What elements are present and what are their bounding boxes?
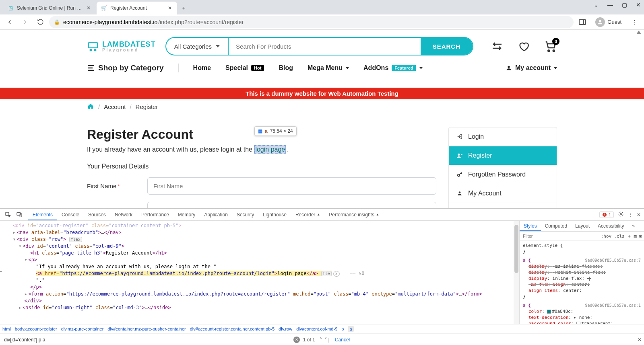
crumb[interactable]: div.row xyxy=(279,327,292,331)
styles-tab-styles[interactable]: Styles xyxy=(520,221,541,231)
dom-tree-panel[interactable]: ⋯ <div id="account-register" class="cont… xyxy=(0,221,519,324)
overflow-ellipsis-icon: ⋯ xyxy=(0,269,2,274)
side-panel-icon[interactable] xyxy=(576,16,589,29)
nav-addons[interactable]: AddOns Featured xyxy=(363,64,423,72)
cart-icon[interactable]: 0 xyxy=(543,39,557,53)
crumb[interactable]: div#container.mz-pure-pusher-container xyxy=(107,327,186,331)
first-name-input[interactable] xyxy=(147,177,436,195)
minimize-icon[interactable]: — xyxy=(607,2,613,8)
scroll-up-icon[interactable] xyxy=(636,31,642,36)
breadcrumb-account[interactable]: Account xyxy=(104,103,126,110)
sidebar-item-login[interactable]: Login xyxy=(449,127,557,146)
address-bar[interactable]: 🔒 ecommerce-playground.lambdatest.io/ind… xyxy=(49,16,574,28)
sidebar-item-forgot[interactable]: Forgotten Password xyxy=(449,165,557,184)
devtools-tab-network[interactable]: Network xyxy=(110,209,137,220)
devtools-search-input[interactable] xyxy=(2,335,293,344)
svg-rect-14 xyxy=(604,214,605,215)
clear-icon[interactable]: ✕ xyxy=(293,337,300,343)
hov-toggle[interactable]: :hov xyxy=(601,234,612,239)
close-icon[interactable]: ✕ xyxy=(167,5,173,11)
crumb-selected[interactable]: a xyxy=(348,326,353,332)
close-icon[interactable]: ✕ xyxy=(85,5,92,11)
crumb[interactable]: body.account-register xyxy=(15,327,57,331)
last-name-input[interactable] xyxy=(147,202,436,208)
sidebar-item-cutoff[interactable]: ▭ xyxy=(449,203,557,208)
nav-blog[interactable]: Blog xyxy=(279,64,293,72)
reload-button[interactable] xyxy=(34,16,47,29)
inspector-tooltip: ▦ a 75.54 × 24 xyxy=(254,126,297,136)
tab-title: Register Account xyxy=(110,5,164,11)
nav-home[interactable]: Home xyxy=(193,64,211,72)
nav-shop-category[interactable]: Shop by Category xyxy=(87,64,164,72)
devtools-tab-recorder[interactable]: Recorder xyxy=(291,209,324,220)
crumb[interactable]: div.mz-pure-container xyxy=(61,327,104,331)
site-logo[interactable]: LAMBDATEST Playground xyxy=(87,40,156,52)
devtools-tab-lighthouse[interactable]: Lighthouse xyxy=(258,209,291,220)
flex-grid-icon[interactable] xyxy=(587,277,591,281)
search-input[interactable] xyxy=(229,43,421,50)
svg-point-16 xyxy=(620,213,622,215)
dom-scrollbar[interactable] xyxy=(514,221,519,324)
first-name-row: First Name* xyxy=(87,177,436,195)
crumb[interactable]: p xyxy=(341,327,344,331)
kebab-menu-icon[interactable]: ⋮ xyxy=(628,16,641,29)
devtools-tab-application[interactable]: Application xyxy=(200,209,232,220)
profile-button[interactable]: Guest xyxy=(595,17,621,27)
gear-icon[interactable] xyxy=(618,211,624,218)
close-icon[interactable]: ✕ xyxy=(637,212,641,218)
close-icon[interactable]: ✕ xyxy=(636,2,641,8)
nav-my-account[interactable]: My account xyxy=(506,64,557,72)
search-next-icon[interactable]: ˅ xyxy=(323,337,328,343)
nav-mega-menu[interactable]: Mega Menu xyxy=(308,64,349,72)
more-tabs-icon[interactable]: » xyxy=(628,221,639,231)
cls-toggle[interactable]: .cls xyxy=(614,234,625,239)
breadcrumb-register[interactable]: Register xyxy=(136,103,158,110)
maximize-icon[interactable]: ▢ xyxy=(622,2,627,8)
close-icon[interactable]: ✕ xyxy=(638,337,642,343)
forward-button[interactable] xyxy=(19,16,31,29)
wishlist-icon[interactable] xyxy=(517,39,530,53)
styles-tab-layout[interactable]: Layout xyxy=(571,221,594,231)
kebab-menu-icon[interactable]: ⋮ xyxy=(628,212,633,218)
inspect-element-button[interactable] xyxy=(3,210,13,220)
devtools-tab-sources[interactable]: Sources xyxy=(84,209,110,220)
box-model-icon[interactable]: ▣ xyxy=(639,234,642,239)
home-icon[interactable] xyxy=(87,103,94,111)
person-icon xyxy=(456,190,463,197)
login-page-link[interactable]: login page xyxy=(254,145,286,154)
styles-tab-accessibility[interactable]: Accessibility xyxy=(594,221,628,231)
devtools-tab-elements[interactable]: Elements xyxy=(28,209,57,220)
sidebar-item-myaccount[interactable]: My Account xyxy=(449,184,557,203)
dom-breadcrumbs[interactable]: html body.account-register div.mz-pure-c… xyxy=(0,324,644,334)
styles-tab-computed[interactable]: Computed xyxy=(541,221,571,231)
computed-panel-icon[interactable]: ▥ xyxy=(634,234,637,239)
search-category-dropdown[interactable]: All Categories xyxy=(166,38,229,55)
device-toggle-button[interactable] xyxy=(14,210,24,220)
sidebar-item-register[interactable]: Register xyxy=(449,146,557,165)
search-cancel-button[interactable]: Cancel xyxy=(335,337,350,343)
chevron-down-icon[interactable]: ⌄ xyxy=(594,2,599,8)
styles-rules[interactable]: element.style { } a {9ed09db6f85…8b57e.c… xyxy=(520,241,644,324)
compare-icon[interactable] xyxy=(490,39,504,53)
crumb[interactable]: div#content.col-md-9 xyxy=(296,327,337,331)
new-tab-button[interactable]: ＋ xyxy=(178,2,189,14)
nav-special[interactable]: Special Hot xyxy=(225,64,264,72)
register-icon xyxy=(456,152,463,159)
new-rule-icon[interactable]: ＋ xyxy=(627,233,632,239)
browser-tab-1[interactable]: 🛒 Register Account ✕ xyxy=(97,2,177,14)
styles-filter-input[interactable] xyxy=(522,233,599,239)
devtools-tab-console[interactable]: Console xyxy=(57,209,84,220)
browser-tab-0[interactable]: ◳ Selenium Grid Online | Run Selen ✕ xyxy=(3,2,96,14)
svg-point-8 xyxy=(458,174,460,176)
crumb[interactable]: div#account-register.container.content.p… xyxy=(190,327,275,331)
devtools-tab-perfinsights[interactable]: Performance insights xyxy=(324,209,384,220)
svg-rect-15 xyxy=(604,216,605,216)
devtools-tab-security[interactable]: Security xyxy=(232,209,258,220)
devtools-tab-performance[interactable]: Performance xyxy=(137,209,173,220)
search-button[interactable]: SEARCH xyxy=(421,38,473,55)
search-prev-icon[interactable]: ˄ xyxy=(318,337,323,343)
devtools-tab-memory[interactable]: Memory xyxy=(173,209,200,220)
error-count-badge[interactable]: 1 xyxy=(599,212,614,218)
back-button[interactable] xyxy=(3,16,16,29)
crumb[interactable]: html xyxy=(2,327,11,331)
